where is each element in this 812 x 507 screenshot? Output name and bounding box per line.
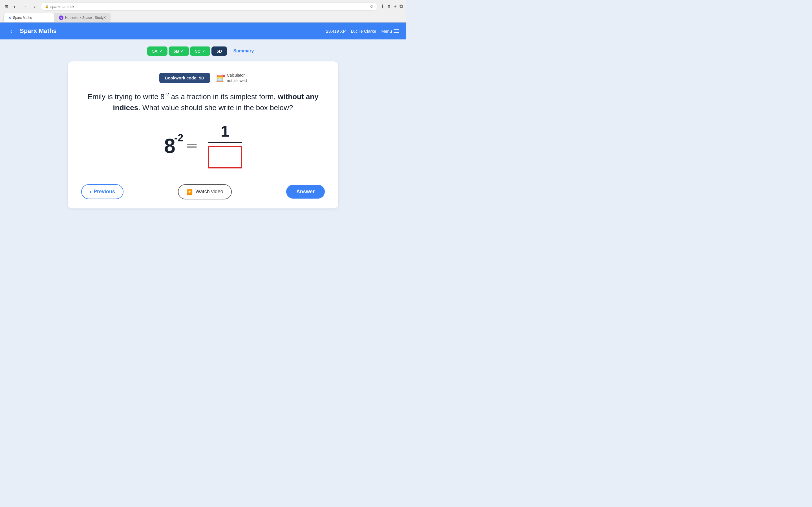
previous-chevron-icon: ‹ bbox=[90, 189, 91, 194]
calculator-info: 🧮 ✕ Calculator not allowed bbox=[216, 73, 247, 83]
app-header: ‹ Sparx Maths 23,419 XP Lucille Clarke M… bbox=[0, 22, 406, 40]
forward-button[interactable]: › bbox=[32, 3, 38, 10]
tab-5d[interactable]: 5D bbox=[211, 47, 227, 56]
card-meta: Bookwork code: 5D 🧮 ✕ Calculator not all… bbox=[81, 73, 325, 83]
hamburger-icon bbox=[394, 29, 399, 33]
progress-tabs: 5A ✓ 5B ✓ 5C ✓ 5D Summary bbox=[147, 46, 259, 56]
math-display: 8 -2 1 bbox=[81, 123, 325, 168]
tab-studyx[interactable]: S Homework Space - StudyX bbox=[54, 13, 110, 22]
studyx-tab-label: Homework Space - StudyX bbox=[65, 16, 106, 20]
menu-button[interactable]: Menu bbox=[381, 29, 399, 34]
app-title: Sparx Maths bbox=[20, 27, 57, 35]
calculator-icon-wrapper: 🧮 ✕ bbox=[216, 74, 225, 82]
tab-5a-label: 5A bbox=[152, 49, 158, 54]
lock-icon: 🔒 bbox=[45, 5, 49, 8]
new-tab-icon[interactable]: + bbox=[394, 4, 397, 10]
back-button[interactable]: ‹ bbox=[22, 3, 29, 10]
answer-button[interactable]: Answer bbox=[286, 185, 325, 199]
tab-summary[interactable]: Summary bbox=[228, 46, 259, 56]
sparx-tab-icon: ✕ bbox=[8, 16, 11, 20]
main-content: 5A ✓ 5B ✓ 5C ✓ 5D Summary Bookwork code:… bbox=[0, 40, 406, 259]
tab-5a[interactable]: 5A ✓ bbox=[147, 47, 167, 56]
calculator-label: Calculator bbox=[227, 73, 247, 78]
share-icon[interactable]: ⬆ bbox=[387, 4, 391, 10]
calculator-text: Calculator not allowed bbox=[227, 73, 247, 83]
question-superscript: -2 bbox=[164, 92, 169, 98]
tab-5d-label: 5D bbox=[216, 49, 222, 54]
calculator-cross-icon: ✕ bbox=[222, 73, 226, 79]
tab-5b-check: ✓ bbox=[181, 49, 184, 53]
back-arrow-button[interactable]: ‹ bbox=[7, 26, 16, 36]
math-equals-sign bbox=[187, 144, 197, 148]
windows-icon[interactable]: ⧉ bbox=[400, 4, 403, 10]
watch-video-button[interactable]: ▶️ Watch video bbox=[178, 184, 232, 200]
header-left: ‹ Sparx Maths bbox=[7, 26, 57, 36]
fraction-numerator: 1 bbox=[220, 123, 229, 141]
tab-sparx-maths[interactable]: ✕ Sparx Maths bbox=[3, 13, 54, 22]
bookwork-code: Bookwork code: 5D bbox=[159, 73, 210, 83]
bottom-buttons: ‹ Previous ▶️ Watch video Answer bbox=[81, 180, 325, 200]
header-right: 23,419 XP Lucille Clarke Menu bbox=[326, 29, 399, 34]
equals-line-bottom bbox=[187, 147, 197, 148]
equals-line-top bbox=[187, 144, 197, 145]
tab-summary-label: Summary bbox=[233, 48, 254, 54]
fraction-denominator-box[interactable] bbox=[208, 146, 242, 168]
answer-label: Answer bbox=[296, 189, 315, 194]
browser-toolbar: ⊞ ▾ ‹ › 🔒 sparxmaths.uk ↻ ⬇ ⬆ + ⧉ bbox=[3, 2, 403, 11]
question-part-1: Emily is trying to write 8-2 as a fracti… bbox=[87, 93, 318, 112]
tab-grid-button[interactable]: ⊞ bbox=[3, 3, 10, 10]
address-bar[interactable]: 🔒 sparxmaths.uk ↻ bbox=[41, 2, 378, 11]
user-name: Lucille Clarke bbox=[351, 29, 376, 34]
tab-5b-label: 5B bbox=[174, 49, 179, 54]
sparx-tab-label: Sparx Maths bbox=[13, 16, 32, 20]
watch-video-label: Watch video bbox=[195, 189, 223, 194]
question-card: Bookwork code: 5D 🧮 ✕ Calculator not all… bbox=[68, 61, 338, 209]
tab-5b[interactable]: 5B ✓ bbox=[168, 47, 189, 56]
download-icon[interactable]: ⬇ bbox=[380, 4, 384, 10]
tab-5a-check: ✓ bbox=[159, 49, 162, 53]
address-text: sparxmaths.uk bbox=[50, 4, 74, 9]
previous-button[interactable]: ‹ Previous bbox=[81, 184, 123, 199]
tab-5c-label: 5C bbox=[195, 49, 200, 54]
tab-grid-chevron[interactable]: ▾ bbox=[11, 3, 17, 10]
tab-5c[interactable]: 5C ✓ bbox=[190, 47, 210, 56]
question-bold: without any indices bbox=[113, 93, 319, 112]
previous-label: Previous bbox=[94, 189, 115, 194]
xp-display: 23,419 XP bbox=[326, 29, 346, 34]
math-base-number: 8 bbox=[164, 135, 175, 157]
math-base-expression: 8 -2 bbox=[164, 136, 175, 156]
math-fraction: 1 bbox=[208, 123, 242, 168]
calculator-status: not allowed bbox=[227, 78, 247, 83]
reload-icon[interactable]: ↻ bbox=[370, 4, 373, 9]
studyx-tab-icon: S bbox=[59, 15, 63, 20]
video-play-icon: ▶️ bbox=[186, 189, 193, 195]
tab-5c-check: ✓ bbox=[202, 49, 205, 53]
browser-tabs: ✕ Sparx Maths S Homework Space - StudyX bbox=[3, 13, 403, 22]
math-exponent-display: -2 bbox=[174, 133, 183, 143]
browser-actions: ⬇ ⬆ + ⧉ bbox=[380, 4, 403, 10]
menu-label: Menu bbox=[381, 29, 392, 34]
fraction-line bbox=[208, 142, 242, 143]
browser-chrome: ⊞ ▾ ‹ › 🔒 sparxmaths.uk ↻ ⬇ ⬆ + ⧉ ✕ Spar… bbox=[0, 0, 406, 22]
question-text: Emily is trying to write 8-2 as a fracti… bbox=[81, 91, 325, 113]
